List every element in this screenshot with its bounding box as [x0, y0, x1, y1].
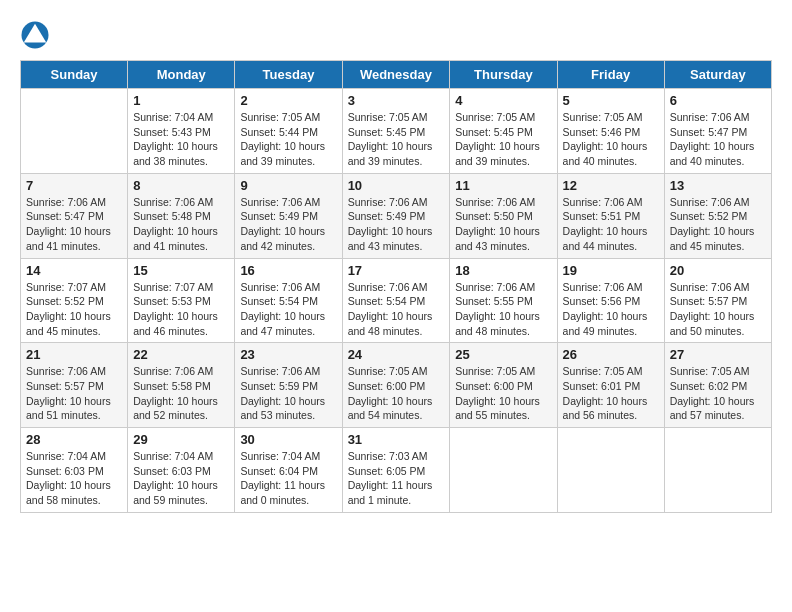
- day-info: Sunrise: 7:05 AM Sunset: 5:45 PM Dayligh…: [455, 110, 551, 169]
- day-info: Sunrise: 7:06 AM Sunset: 5:47 PM Dayligh…: [26, 195, 122, 254]
- day-number: 29: [133, 432, 229, 447]
- day-number: 16: [240, 263, 336, 278]
- calendar-cell: 7Sunrise: 7:06 AM Sunset: 5:47 PM Daylig…: [21, 173, 128, 258]
- calendar-cell: 12Sunrise: 7:06 AM Sunset: 5:51 PM Dayli…: [557, 173, 664, 258]
- day-number: 28: [26, 432, 122, 447]
- logo: [20, 20, 52, 50]
- day-info: Sunrise: 7:06 AM Sunset: 5:59 PM Dayligh…: [240, 364, 336, 423]
- day-number: 14: [26, 263, 122, 278]
- day-info: Sunrise: 7:05 AM Sunset: 6:02 PM Dayligh…: [670, 364, 766, 423]
- day-info: Sunrise: 7:06 AM Sunset: 5:55 PM Dayligh…: [455, 280, 551, 339]
- day-number: 13: [670, 178, 766, 193]
- logo-icon: [20, 20, 50, 50]
- calendar-week-5: 28Sunrise: 7:04 AM Sunset: 6:03 PM Dayli…: [21, 428, 772, 513]
- day-number: 27: [670, 347, 766, 362]
- day-number: 17: [348, 263, 445, 278]
- day-number: 7: [26, 178, 122, 193]
- calendar-week-2: 7Sunrise: 7:06 AM Sunset: 5:47 PM Daylig…: [21, 173, 772, 258]
- day-number: 31: [348, 432, 445, 447]
- day-number: 18: [455, 263, 551, 278]
- day-info: Sunrise: 7:07 AM Sunset: 5:53 PM Dayligh…: [133, 280, 229, 339]
- calendar-cell: 9Sunrise: 7:06 AM Sunset: 5:49 PM Daylig…: [235, 173, 342, 258]
- calendar-cell: 24Sunrise: 7:05 AM Sunset: 6:00 PM Dayli…: [342, 343, 450, 428]
- calendar-cell: 10Sunrise: 7:06 AM Sunset: 5:49 PM Dayli…: [342, 173, 450, 258]
- day-info: Sunrise: 7:06 AM Sunset: 5:56 PM Dayligh…: [563, 280, 659, 339]
- calendar-week-1: 1Sunrise: 7:04 AM Sunset: 5:43 PM Daylig…: [21, 89, 772, 174]
- calendar-table: SundayMondayTuesdayWednesdayThursdayFrid…: [20, 60, 772, 513]
- day-info: Sunrise: 7:06 AM Sunset: 5:52 PM Dayligh…: [670, 195, 766, 254]
- day-number: 15: [133, 263, 229, 278]
- calendar-cell: 13Sunrise: 7:06 AM Sunset: 5:52 PM Dayli…: [664, 173, 771, 258]
- page-header: [20, 20, 772, 50]
- calendar-cell: 2Sunrise: 7:05 AM Sunset: 5:44 PM Daylig…: [235, 89, 342, 174]
- day-number: 9: [240, 178, 336, 193]
- day-info: Sunrise: 7:05 AM Sunset: 6:00 PM Dayligh…: [348, 364, 445, 423]
- calendar-cell: 25Sunrise: 7:05 AM Sunset: 6:00 PM Dayli…: [450, 343, 557, 428]
- calendar-cell: [21, 89, 128, 174]
- day-info: Sunrise: 7:06 AM Sunset: 5:54 PM Dayligh…: [348, 280, 445, 339]
- day-info: Sunrise: 7:06 AM Sunset: 5:51 PM Dayligh…: [563, 195, 659, 254]
- day-number: 1: [133, 93, 229, 108]
- calendar-cell: 16Sunrise: 7:06 AM Sunset: 5:54 PM Dayli…: [235, 258, 342, 343]
- calendar-cell: 6Sunrise: 7:06 AM Sunset: 5:47 PM Daylig…: [664, 89, 771, 174]
- calendar-header-wednesday: Wednesday: [342, 61, 450, 89]
- calendar-header-row: SundayMondayTuesdayWednesdayThursdayFrid…: [21, 61, 772, 89]
- calendar-week-4: 21Sunrise: 7:06 AM Sunset: 5:57 PM Dayli…: [21, 343, 772, 428]
- day-number: 2: [240, 93, 336, 108]
- day-number: 5: [563, 93, 659, 108]
- calendar-cell: 20Sunrise: 7:06 AM Sunset: 5:57 PM Dayli…: [664, 258, 771, 343]
- day-info: Sunrise: 7:03 AM Sunset: 6:05 PM Dayligh…: [348, 449, 445, 508]
- day-number: 20: [670, 263, 766, 278]
- calendar-cell: 28Sunrise: 7:04 AM Sunset: 6:03 PM Dayli…: [21, 428, 128, 513]
- day-info: Sunrise: 7:06 AM Sunset: 5:49 PM Dayligh…: [240, 195, 336, 254]
- calendar-cell: 4Sunrise: 7:05 AM Sunset: 5:45 PM Daylig…: [450, 89, 557, 174]
- calendar-cell: 15Sunrise: 7:07 AM Sunset: 5:53 PM Dayli…: [128, 258, 235, 343]
- day-info: Sunrise: 7:06 AM Sunset: 5:58 PM Dayligh…: [133, 364, 229, 423]
- day-number: 26: [563, 347, 659, 362]
- calendar-cell: 22Sunrise: 7:06 AM Sunset: 5:58 PM Dayli…: [128, 343, 235, 428]
- calendar-cell: 18Sunrise: 7:06 AM Sunset: 5:55 PM Dayli…: [450, 258, 557, 343]
- calendar-cell: 21Sunrise: 7:06 AM Sunset: 5:57 PM Dayli…: [21, 343, 128, 428]
- day-number: 21: [26, 347, 122, 362]
- day-info: Sunrise: 7:06 AM Sunset: 5:54 PM Dayligh…: [240, 280, 336, 339]
- day-info: Sunrise: 7:05 AM Sunset: 6:00 PM Dayligh…: [455, 364, 551, 423]
- day-number: 25: [455, 347, 551, 362]
- calendar-cell: 30Sunrise: 7:04 AM Sunset: 6:04 PM Dayli…: [235, 428, 342, 513]
- calendar-header-sunday: Sunday: [21, 61, 128, 89]
- calendar-cell: 3Sunrise: 7:05 AM Sunset: 5:45 PM Daylig…: [342, 89, 450, 174]
- day-info: Sunrise: 7:06 AM Sunset: 5:47 PM Dayligh…: [670, 110, 766, 169]
- day-number: 11: [455, 178, 551, 193]
- day-info: Sunrise: 7:06 AM Sunset: 5:57 PM Dayligh…: [670, 280, 766, 339]
- day-number: 6: [670, 93, 766, 108]
- day-info: Sunrise: 7:05 AM Sunset: 5:45 PM Dayligh…: [348, 110, 445, 169]
- day-number: 30: [240, 432, 336, 447]
- day-info: Sunrise: 7:04 AM Sunset: 5:43 PM Dayligh…: [133, 110, 229, 169]
- day-number: 3: [348, 93, 445, 108]
- day-info: Sunrise: 7:05 AM Sunset: 5:46 PM Dayligh…: [563, 110, 659, 169]
- calendar-cell: 27Sunrise: 7:05 AM Sunset: 6:02 PM Dayli…: [664, 343, 771, 428]
- day-info: Sunrise: 7:06 AM Sunset: 5:57 PM Dayligh…: [26, 364, 122, 423]
- calendar-header-tuesday: Tuesday: [235, 61, 342, 89]
- day-info: Sunrise: 7:06 AM Sunset: 5:50 PM Dayligh…: [455, 195, 551, 254]
- day-info: Sunrise: 7:07 AM Sunset: 5:52 PM Dayligh…: [26, 280, 122, 339]
- day-number: 8: [133, 178, 229, 193]
- calendar-cell: [664, 428, 771, 513]
- calendar-cell: [557, 428, 664, 513]
- calendar-cell: 11Sunrise: 7:06 AM Sunset: 5:50 PM Dayli…: [450, 173, 557, 258]
- day-info: Sunrise: 7:06 AM Sunset: 5:49 PM Dayligh…: [348, 195, 445, 254]
- calendar-body: 1Sunrise: 7:04 AM Sunset: 5:43 PM Daylig…: [21, 89, 772, 513]
- calendar-header-saturday: Saturday: [664, 61, 771, 89]
- calendar-header-monday: Monday: [128, 61, 235, 89]
- day-number: 24: [348, 347, 445, 362]
- calendar-cell: 26Sunrise: 7:05 AM Sunset: 6:01 PM Dayli…: [557, 343, 664, 428]
- calendar-cell: 1Sunrise: 7:04 AM Sunset: 5:43 PM Daylig…: [128, 89, 235, 174]
- day-number: 4: [455, 93, 551, 108]
- calendar-cell: [450, 428, 557, 513]
- calendar-cell: 23Sunrise: 7:06 AM Sunset: 5:59 PM Dayli…: [235, 343, 342, 428]
- day-info: Sunrise: 7:06 AM Sunset: 5:48 PM Dayligh…: [133, 195, 229, 254]
- day-info: Sunrise: 7:04 AM Sunset: 6:03 PM Dayligh…: [133, 449, 229, 508]
- calendar-cell: 17Sunrise: 7:06 AM Sunset: 5:54 PM Dayli…: [342, 258, 450, 343]
- day-number: 10: [348, 178, 445, 193]
- day-info: Sunrise: 7:04 AM Sunset: 6:04 PM Dayligh…: [240, 449, 336, 508]
- day-number: 22: [133, 347, 229, 362]
